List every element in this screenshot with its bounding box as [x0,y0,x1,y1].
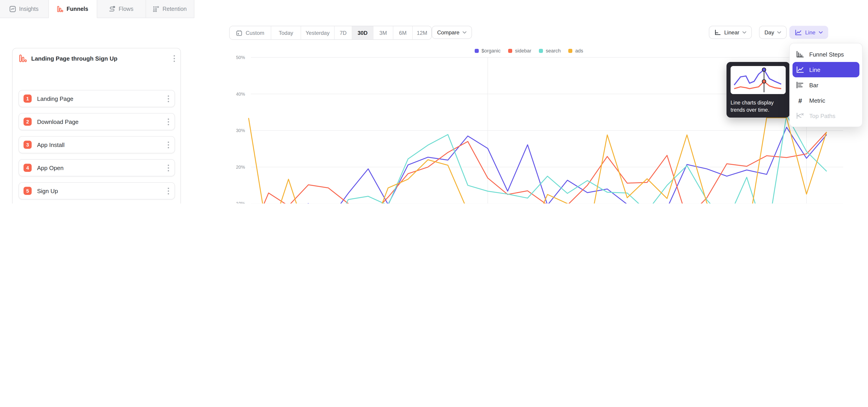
tab-label: Retention [162,6,187,12]
funnel-step-2[interactable]: 2 Download Page [19,113,175,130]
y-axis-label: 50% [236,55,245,60]
tab-label: Insights [19,6,38,12]
linear-scale-icon [714,29,721,35]
range-custom[interactable]: Custom [230,26,271,39]
range-30d[interactable]: 30D [352,26,373,39]
step-kebab-menu[interactable] [167,140,170,150]
step-number-badge: 2 [24,118,32,126]
insights-icon [9,6,16,12]
step-label: Download Page [37,118,161,125]
tooltip-text: Line charts display trends over time. [731,99,786,114]
line-chart-icon [795,29,802,35]
range-7d[interactable]: 7D [335,26,352,39]
funnel-title-row[interactable]: Landing Page through Sign Up [19,53,176,64]
y-axis-label: 30% [236,128,245,133]
step-number-badge: 3 [24,140,32,149]
metric-hash-icon: # [796,97,804,104]
query-sidebar: Metric Landing Page through Sign Up 1 La… [0,18,195,204]
funnel-step-3[interactable]: 3 App Install [19,136,175,153]
range-today[interactable]: Today [271,26,301,39]
range-6m[interactable]: 6M [393,26,413,39]
chart-type-dropdown[interactable]: Line [789,26,828,39]
funnel-title: Landing Page through Sign Up [31,55,168,62]
tab-flows[interactable]: Flows [97,0,146,18]
top-paths-icon [796,112,804,119]
tab-label: Funnels [67,6,88,12]
step-label: App Open [37,164,161,171]
funnel-step-1[interactable]: 1 Landing Page [19,90,175,107]
y-axis-label: 20% [236,165,245,169]
bar-chart-icon [796,82,804,89]
funnel-kebab-menu[interactable] [173,53,176,63]
step-label: Sign Up [37,187,161,194]
menu-item-funnel-steps[interactable]: Funnel Steps [793,46,860,62]
step-kebab-menu[interactable] [167,117,170,127]
step-number-badge: 5 [24,187,32,195]
step-label: App Install [37,141,161,148]
funnel-step-5[interactable]: 5 Sign Up [19,182,175,199]
chevron-down-icon [463,31,467,34]
chevron-down-icon [818,31,823,34]
menu-item-metric[interactable]: # Metric [793,93,860,108]
step-kebab-menu[interactable] [167,163,170,173]
tab-retention[interactable]: Retention [146,0,194,18]
calendar-icon [236,30,243,36]
range-12m[interactable]: 12M [413,26,431,39]
funnel-steps-icon [796,51,804,58]
tab-funnels[interactable]: Funnels [49,0,97,18]
step-kebab-menu[interactable] [167,186,170,196]
step-label: Landing Page [37,95,161,102]
tooltip-mini-chart [731,66,786,94]
tab-insights[interactable]: Insights [0,0,49,18]
chevron-down-icon [777,31,781,34]
step-number-badge: 4 [24,164,32,172]
series-line-search [249,115,827,204]
step-number-badge: 1 [24,95,32,103]
y-axis-label: 10% [236,201,245,204]
metric-card: Landing Page through Sign Up 1 Landing P… [12,48,181,204]
chevron-down-icon [743,31,747,34]
date-range-control: Custom Today Yesterday 7D 30D 3M 6M 12M [229,26,432,40]
menu-item-bar[interactable]: Bar [793,77,860,93]
scale-dropdown[interactable]: Linear [709,26,752,39]
range-yesterday[interactable]: Yesterday [301,26,335,39]
report-canvas: Custom Today Yesterday 7D 30D 3M 6M 12M … [194,0,868,204]
y-axis-label: 40% [236,92,245,97]
tab-label: Flows [119,6,133,12]
funnels-icon [57,6,64,12]
step-kebab-menu[interactable] [167,94,170,103]
menu-item-line[interactable]: Line [793,62,860,77]
flows-icon [109,6,116,12]
app-window: Insights Funnels Flows Retention Metric … [0,0,868,204]
interval-dropdown[interactable]: Day [759,26,787,39]
funnel-step-4[interactable]: 4 App Open [19,159,175,176]
retention-icon [153,6,159,12]
chart-type-menu: Funnel Steps Line Bar # Metric Top Paths [789,43,863,127]
funnel-metric-icon [19,54,27,62]
line-chart-icon [796,66,804,73]
range-3m[interactable]: 3M [373,26,393,39]
menu-item-top-paths[interactable]: Top Paths [793,108,860,123]
report-tabstrip: Insights Funnels Flows Retention [0,0,194,18]
chart-type-tooltip: Line charts display trends over time. [726,62,790,118]
compare-button[interactable]: Compare [432,26,472,39]
